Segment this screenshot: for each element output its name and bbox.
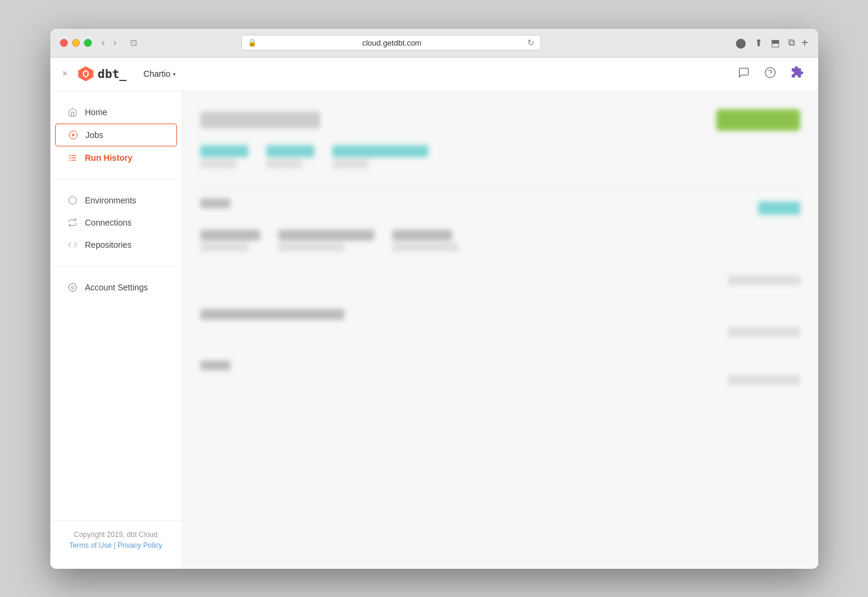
chat-button[interactable] xyxy=(735,64,752,84)
stat-label-2 xyxy=(266,160,302,168)
browser-titlebar: ‹ › ⊡ 🔒 cloud.getdbt.com ↻ ⬤ ⬆ ⬒ ⧉ + xyxy=(50,29,818,58)
job-row-1 xyxy=(200,230,800,251)
job-name-3 xyxy=(392,230,452,241)
stat-label-1 xyxy=(200,160,236,168)
sidebar-footer-links: Terms of Use | Privacy Policy xyxy=(62,541,170,550)
sidebar-item-jobs[interactable]: Jobs xyxy=(55,124,177,146)
arrows-icon xyxy=(67,217,78,228)
maximize-traffic-light[interactable] xyxy=(84,39,92,47)
play-icon xyxy=(68,130,79,140)
stat-value-3 xyxy=(332,145,428,157)
content-header xyxy=(200,109,800,131)
new-tab-button[interactable]: + xyxy=(801,36,809,50)
home-icon xyxy=(67,107,78,118)
lower-row-3 xyxy=(200,375,800,385)
sidebar-item-run-history[interactable]: Run History xyxy=(55,147,177,169)
app-header: × dbt_ Chartio ▾ xyxy=(50,58,818,91)
url-text: cloud.getdbt.com xyxy=(260,38,524,47)
stat-item-1 xyxy=(200,145,248,168)
stat-item-3 xyxy=(332,145,428,168)
sidebar-section-main: Home Jobs xyxy=(50,101,182,179)
svg-point-10 xyxy=(71,286,74,289)
sidebar-item-jobs-label: Jobs xyxy=(86,130,104,140)
sidebar-item-environments-label: Environments xyxy=(85,196,137,205)
minimize-traffic-light[interactable] xyxy=(72,39,80,47)
sidebar-footer: Copyright 2019, dbt Cloud Terms of Use |… xyxy=(50,520,182,559)
status-badge-blur xyxy=(758,202,800,215)
sidebar-item-repositories[interactable]: Repositories xyxy=(55,234,177,256)
sidebar-item-home-label: Home xyxy=(85,107,107,117)
lower-section-2 xyxy=(200,309,800,337)
sidebar-section-account: Account Settings xyxy=(50,276,182,308)
extensions-button[interactable]: ⬤ xyxy=(734,35,748,50)
section-label-blur xyxy=(200,199,230,208)
address-bar: 🔒 cloud.getdbt.com ↻ xyxy=(241,35,541,50)
svg-point-0 xyxy=(765,67,775,77)
app-container: × dbt_ Chartio ▾ xyxy=(50,58,818,569)
blurred-content xyxy=(182,91,818,403)
content-area xyxy=(182,91,818,569)
dbt-wordmark: dbt_ xyxy=(98,67,127,81)
refresh-button[interactable]: ↻ xyxy=(527,38,534,47)
list-icon xyxy=(67,152,78,163)
org-selector[interactable]: Chartio ▾ xyxy=(139,67,181,81)
lower-value-3 xyxy=(728,375,800,385)
code-icon xyxy=(67,239,78,250)
stat-label-3 xyxy=(332,160,368,168)
sidebar-item-environments[interactable]: Environments xyxy=(55,190,177,211)
stats-row xyxy=(200,145,800,168)
sidebar-item-run-history-label: Run History xyxy=(85,153,133,163)
job-name-2 xyxy=(278,230,374,241)
close-traffic-light[interactable] xyxy=(60,39,68,47)
dbt-logo-icon xyxy=(77,65,94,82)
browser-actions: ⬤ ⬆ ⬒ ⧉ + xyxy=(734,35,809,50)
lower-title-2 xyxy=(200,309,344,320)
chevron-down-icon: ▾ xyxy=(173,71,176,77)
header-icons xyxy=(735,63,806,85)
browser-window: ‹ › ⊡ 🔒 cloud.getdbt.com ↻ ⬤ ⬆ ⬒ ⧉ + × xyxy=(50,29,818,569)
divider-1 xyxy=(200,186,800,187)
job-name-1 xyxy=(200,230,260,241)
sidebar-item-connections-label: Connections xyxy=(85,218,132,227)
cube-icon xyxy=(67,195,78,206)
svg-marker-3 xyxy=(72,133,74,136)
lower-small-3 xyxy=(200,361,230,370)
sidebar-close-button[interactable]: × xyxy=(62,68,68,79)
stat-value-2 xyxy=(266,145,314,157)
sidebar-item-account-settings-label: Account Settings xyxy=(85,283,148,292)
upload-button[interactable]: ⬆ xyxy=(753,35,764,50)
share-button[interactable]: ⬒ xyxy=(769,35,782,50)
run-button-blur xyxy=(716,109,800,131)
job-sub-2 xyxy=(278,243,344,251)
window-button[interactable]: ⧉ xyxy=(786,35,797,50)
lower-row-2 xyxy=(200,327,800,337)
stat-item-2 xyxy=(266,145,314,168)
dbt-logo[interactable]: dbt_ xyxy=(77,65,127,82)
lower-section-1 xyxy=(200,275,800,285)
puzzle-button[interactable] xyxy=(788,63,806,85)
privacy-policy-link[interactable]: Privacy Policy xyxy=(118,541,163,550)
forward-button[interactable]: › xyxy=(110,36,119,49)
sidebar-item-repositories-label: Repositories xyxy=(85,240,132,250)
sidebar-footer-copyright: Copyright 2019, dbt Cloud xyxy=(62,530,170,539)
terms-of-use-link[interactable]: Terms of Use xyxy=(69,541,112,550)
org-name: Chartio xyxy=(143,69,170,79)
lower-value-2 xyxy=(728,327,800,337)
help-button[interactable] xyxy=(762,64,779,84)
lower-section-3 xyxy=(200,361,800,385)
gear-icon xyxy=(67,282,78,293)
back-button[interactable]: ‹ xyxy=(99,36,108,49)
nav-buttons: ‹ › xyxy=(99,36,120,49)
sidebar-item-connections[interactable]: Connections xyxy=(55,212,177,233)
stat-value-1 xyxy=(200,145,248,157)
tab-icon-button[interactable]: ⊡ xyxy=(127,37,141,49)
job-sub-1 xyxy=(200,243,248,251)
main-layout: Home Jobs xyxy=(50,91,818,569)
sidebar-item-account-settings[interactable]: Account Settings xyxy=(55,277,177,298)
sidebar: Home Jobs xyxy=(50,91,182,569)
lock-icon: 🔒 xyxy=(248,38,257,47)
sidebar-item-home[interactable]: Home xyxy=(55,101,177,123)
sidebar-section-infra: Environments Connections xyxy=(50,189,182,266)
jobs-list xyxy=(200,230,800,251)
lower-value-1 xyxy=(728,275,800,285)
